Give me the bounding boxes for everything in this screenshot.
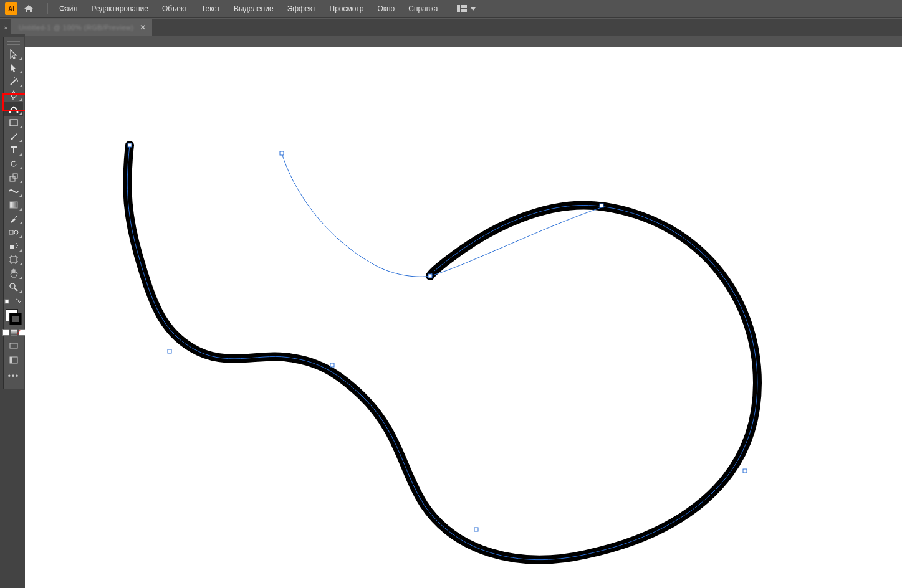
artboard-canvas[interactable] <box>25 47 902 588</box>
menu-window[interactable]: Окно <box>371 2 401 16</box>
app-badge: Ai <box>5 2 17 15</box>
menu-select[interactable]: Выделение <box>228 2 280 16</box>
color-mode-none[interactable]: ⁄ <box>19 329 26 336</box>
svg-rect-15 <box>10 245 14 249</box>
svg-rect-1 <box>461 5 467 8</box>
svg-point-5 <box>14 77 15 78</box>
svg-point-4 <box>17 80 18 82</box>
separator <box>47 3 48 14</box>
svg-point-16 <box>16 243 17 244</box>
anchor-point[interactable] <box>168 349 171 353</box>
menu-file[interactable]: Файл <box>53 2 84 16</box>
color-mode-gradient[interactable] <box>11 329 17 336</box>
svg-point-8 <box>13 107 15 108</box>
anchor-point[interactable] <box>743 469 747 473</box>
tools-panel: ⁄ ••• <box>3 37 24 389</box>
svg-point-20 <box>10 283 15 288</box>
document-tab[interactable]: Untitled-1 @ 100% (RGB/Preview) ✕ <box>11 19 152 36</box>
selection-outline <box>127 145 757 560</box>
svg-point-3 <box>16 78 17 80</box>
svg-point-6 <box>9 111 11 113</box>
swap-fill-stroke[interactable] <box>4 296 23 305</box>
anchor-point[interactable] <box>474 528 478 531</box>
svg-point-14 <box>14 230 18 234</box>
anchor-point[interactable] <box>128 143 132 147</box>
menu-effect[interactable]: Эффект <box>281 2 322 16</box>
svg-rect-10 <box>10 176 15 181</box>
document-tab-title: Untitled-1 @ 100% (RGB/Preview) <box>19 24 133 31</box>
close-icon[interactable]: ✕ <box>140 23 146 32</box>
menu-view[interactable]: Просмотр <box>324 2 370 16</box>
workspace-switcher[interactable] <box>457 5 476 12</box>
svg-rect-22 <box>10 343 17 348</box>
stroke-swatch[interactable] <box>9 313 22 325</box>
svg-point-17 <box>17 245 18 246</box>
svg-rect-0 <box>457 5 460 12</box>
artwork <box>25 47 902 588</box>
document-tabbar: » Untitled-1 @ 100% (RGB/Preview) ✕ <box>0 18 902 36</box>
svg-rect-2 <box>461 9 467 12</box>
separator <box>449 3 449 14</box>
menu-edit[interactable]: Редактирование <box>85 2 155 16</box>
screen-mode[interactable] <box>4 339 23 353</box>
anchor-point[interactable] <box>280 151 284 155</box>
home-icon[interactable] <box>22 2 35 15</box>
svg-point-18 <box>16 247 17 248</box>
anchor-point[interactable] <box>600 204 603 207</box>
svg-point-7 <box>17 111 19 113</box>
menubar: Ai Файл Редактирование Объект Текст Выде… <box>0 0 902 18</box>
menu-help[interactable]: Справка <box>402 2 444 16</box>
color-mode-row: ⁄ <box>2 329 26 336</box>
anchor-point[interactable] <box>330 363 334 367</box>
edit-toolbar[interactable] <box>4 353 23 367</box>
drawn-path[interactable] <box>127 145 757 560</box>
anchor-points <box>128 143 747 531</box>
bezier-handle-path <box>282 153 602 277</box>
svg-rect-12 <box>10 202 17 208</box>
color-mode-solid[interactable] <box>2 329 9 336</box>
svg-rect-13 <box>9 230 13 234</box>
svg-rect-21 <box>5 300 9 303</box>
menu-text[interactable]: Текст <box>195 2 226 16</box>
panel-grip[interactable] <box>7 41 20 45</box>
reveal-panels-icon[interactable]: » <box>0 23 11 31</box>
svg-rect-25 <box>10 357 12 363</box>
svg-rect-9 <box>10 120 17 126</box>
svg-rect-19 <box>11 257 17 263</box>
fill-stroke-swatch[interactable] <box>4 308 23 326</box>
svg-rect-23 <box>12 349 15 349</box>
anchor-point[interactable] <box>428 274 432 278</box>
more-tools-icon[interactable]: ••• <box>8 372 20 381</box>
menu-object[interactable]: Объект <box>156 2 194 16</box>
